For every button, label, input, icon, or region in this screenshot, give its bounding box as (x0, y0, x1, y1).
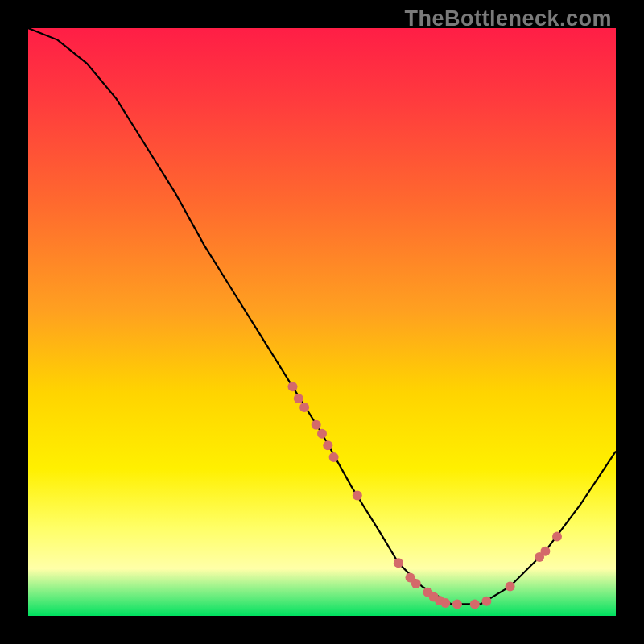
highlight-dot (312, 420, 321, 430)
watermark-text: TheBottleneck.com (404, 6, 612, 31)
highlight-dot (317, 429, 327, 439)
highlight-dot (452, 599, 462, 609)
highlight-dot (288, 382, 298, 391)
curve-layer (28, 28, 616, 616)
highlight-dot (353, 490, 362, 500)
highlight-dot (481, 597, 491, 606)
highlight-dot (323, 440, 332, 450)
highlight-dot (506, 582, 515, 592)
highlight-dot (552, 532, 562, 542)
highlight-dot (394, 558, 403, 568)
bottleneck-curve (28, 28, 616, 604)
highlight-dot (411, 579, 421, 588)
chart-area (28, 28, 616, 616)
highlight-dot (299, 402, 309, 412)
highlight-dot (294, 394, 303, 403)
highlight-dot (540, 547, 550, 556)
highlight-dot (329, 452, 339, 462)
highlight-dot (470, 599, 480, 609)
highlight-dot (440, 598, 450, 608)
